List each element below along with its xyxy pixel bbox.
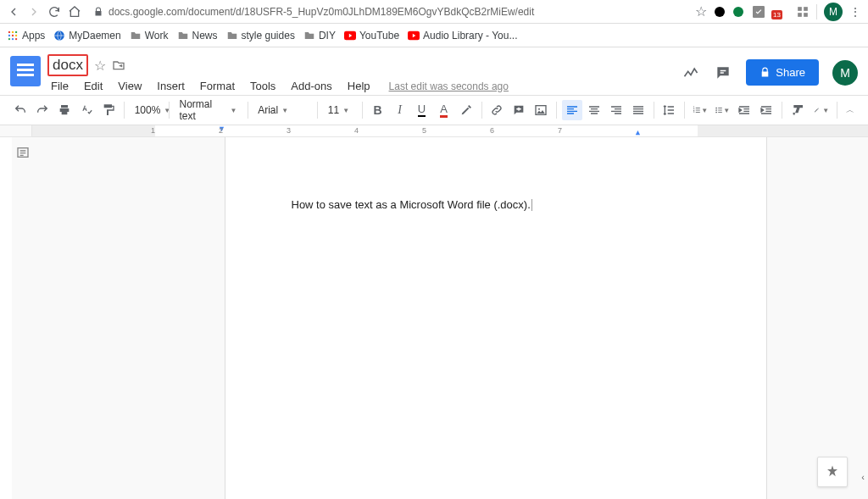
text-cursor (531, 199, 532, 211)
svg-point-19 (538, 108, 540, 110)
line-spacing-icon[interactable] (659, 100, 679, 120)
align-center-icon[interactable] (584, 100, 604, 120)
folder-icon (177, 30, 189, 42)
comments-icon[interactable] (714, 64, 732, 82)
increase-indent-icon[interactable] (756, 100, 776, 120)
reload-icon[interactable] (47, 5, 61, 19)
comment-icon[interactable] (509, 100, 529, 120)
menu-addons[interactable]: Add-ons (287, 78, 335, 94)
activity-trend-icon[interactable] (682, 64, 700, 82)
align-left-icon[interactable] (562, 100, 582, 120)
spellcheck-icon[interactable] (76, 100, 97, 120)
bookmark-mydaemen[interactable]: MyDaemen (53, 30, 120, 42)
bookmark-audiolibrary[interactable]: Audio Library - You... (408, 30, 517, 42)
font-selector[interactable]: Arial▼ (253, 104, 312, 116)
editing-mode-selector[interactable]: ▼ (811, 100, 832, 120)
highlight-icon[interactable] (456, 100, 476, 120)
bookmark-star-icon[interactable]: ☆ (694, 5, 708, 19)
menu-file[interactable]: File (47, 78, 72, 94)
back-icon[interactable] (7, 5, 20, 19)
ruler-number: 4 (354, 126, 359, 135)
underline-icon[interactable]: U (412, 100, 432, 120)
bulleted-list-icon[interactable]: ▼ (712, 100, 732, 120)
docs-header: docx ☆ File Edit View Insert Format Tool… (0, 47, 868, 95)
image-icon[interactable] (531, 100, 551, 120)
right-indent-marker-icon[interactable]: ▼ (634, 129, 642, 136)
decrease-indent-icon[interactable] (734, 100, 754, 120)
forward-icon[interactable] (27, 5, 41, 19)
svg-point-14 (15, 37, 17, 39)
italic-icon[interactable]: I (390, 100, 410, 120)
horizontal-ruler[interactable]: ▼ ▼ 1 2 3 4 5 6 7 (0, 125, 868, 137)
align-right-icon[interactable] (606, 100, 626, 120)
bold-icon[interactable]: B (368, 100, 388, 120)
chrome-menu-icon[interactable]: ⋮ (849, 5, 861, 19)
chevron-down-icon: ▼ (231, 107, 237, 114)
bookmark-diy[interactable]: DIY (303, 30, 336, 42)
print-icon[interactable] (54, 100, 75, 120)
clear-formatting-icon[interactable] (787, 100, 808, 120)
ruler-number: 7 (558, 126, 562, 135)
document-body-text[interactable]: How to save text as a Microsoft Word fil… (292, 198, 531, 211)
url-text: docs.google.com/document/d/18USFR-5_HupV… (108, 6, 534, 18)
bookmark-youtube[interactable]: YouTube (344, 30, 399, 42)
share-button[interactable]: Share (746, 59, 819, 86)
bookmark-styleguides[interactable]: style guides (226, 30, 295, 42)
ext-icon-2[interactable] (733, 7, 743, 17)
chevron-down-icon: ▼ (342, 107, 349, 114)
vertical-ruler[interactable] (0, 137, 12, 499)
ext-icon-3[interactable] (752, 5, 765, 19)
last-edit-link[interactable]: Last edit was seconds ago (389, 80, 509, 92)
ruler-number: 5 (422, 126, 426, 135)
chevron-down-icon: ▼ (281, 107, 288, 114)
scroll-left-icon[interactable]: ‹ (861, 472, 865, 482)
menu-view[interactable]: View (114, 78, 145, 94)
svg-text:3: 3 (693, 110, 695, 114)
menu-edit[interactable]: Edit (81, 78, 106, 94)
address-bar[interactable]: docs.google.com/document/d/18USFR-5_HupV… (88, 6, 687, 18)
docs-logo-icon[interactable] (10, 56, 41, 86)
bookmark-news[interactable]: News (177, 30, 218, 42)
apps-shortcut[interactable]: Apps (7, 30, 45, 42)
svg-point-11 (15, 34, 17, 36)
svg-point-13 (12, 37, 14, 39)
undo-icon[interactable] (10, 100, 31, 120)
svg-point-6 (8, 30, 10, 32)
menu-tools[interactable]: Tools (247, 78, 279, 94)
link-icon[interactable] (487, 100, 507, 120)
home-icon[interactable] (68, 5, 81, 19)
svg-point-25 (715, 112, 717, 114)
ruler-number: 3 (287, 126, 291, 135)
menu-help[interactable]: Help (344, 78, 374, 94)
svg-rect-3 (804, 7, 808, 11)
redo-icon[interactable] (32, 100, 53, 120)
collapse-toolbar-icon[interactable]: ︿ (843, 104, 858, 116)
bookmark-work[interactable]: Work (130, 30, 169, 42)
ext-icon-grid[interactable] (796, 5, 810, 19)
chevron-down-icon: ▼ (164, 107, 170, 114)
star-icon[interactable]: ☆ (93, 58, 107, 72)
profile-avatar[interactable]: M (824, 3, 843, 21)
svg-point-9 (8, 34, 10, 36)
svg-rect-5 (804, 13, 808, 17)
browser-toolbar: docs.google.com/document/d/18USFR-5_HupV… (0, 0, 868, 24)
menu-insert[interactable]: Insert (153, 78, 188, 94)
ext-icon-1[interactable] (715, 7, 725, 17)
paragraph-style-selector[interactable]: Normal text▼ (175, 98, 242, 122)
globe-icon (53, 30, 65, 42)
move-icon[interactable] (112, 58, 125, 72)
align-justify-icon[interactable] (628, 100, 648, 120)
explore-button[interactable] (817, 457, 848, 487)
numbered-list-icon[interactable]: 123▼ (690, 100, 710, 120)
ext-icon-lastpass[interactable]: 13 (774, 5, 787, 19)
menu-format[interactable]: Format (197, 78, 238, 94)
document-outline-icon[interactable] (16, 146, 28, 158)
document-title[interactable]: docx (47, 54, 88, 76)
text-color-icon[interactable]: A (434, 100, 454, 120)
document-page[interactable]: How to save text as a Microsoft Word fil… (225, 137, 767, 499)
zoom-selector[interactable]: 100%▼ (130, 104, 164, 116)
svg-point-7 (12, 30, 14, 32)
account-avatar[interactable]: M (832, 60, 858, 86)
font-size-selector[interactable]: 11▼ (323, 104, 357, 116)
paint-format-icon[interactable] (98, 100, 119, 120)
